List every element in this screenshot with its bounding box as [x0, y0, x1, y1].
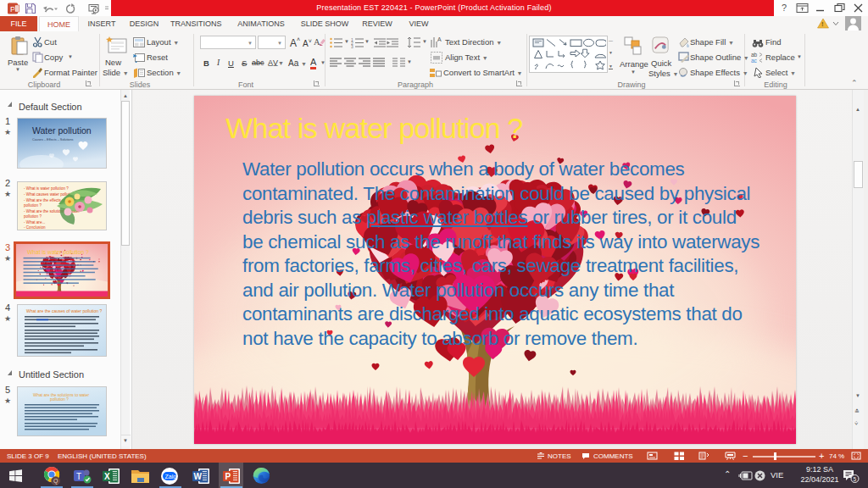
svg-text:P: P: [10, 5, 15, 14]
svg-text:5: 5: [854, 476, 857, 482]
svg-text:A: A: [437, 36, 442, 42]
svg-text:ac: ac: [751, 58, 758, 64]
svg-text:Water pollution: Water pollution: [32, 125, 92, 136]
svg-text:Causes – Effects – Solutions: Causes – Effects – Solutions: [32, 138, 74, 141]
svg-text:T: T: [76, 472, 81, 481]
svg-text:X: X: [104, 472, 110, 481]
svg-text:Zalo: Zalo: [165, 474, 177, 480]
svg-text:Q: Q: [53, 478, 58, 485]
svg-text:W: W: [194, 472, 203, 481]
svg-text:- What is water pollution ?: - What is water pollution ?: [24, 186, 69, 191]
svg-text:pollution ?: pollution ?: [24, 214, 42, 219]
svg-text:!: !: [821, 20, 824, 28]
svg-text:3: 3: [351, 44, 353, 48]
svg-text:ab: ab: [751, 52, 758, 58]
svg-text:pollution ?: pollution ?: [50, 397, 69, 402]
svg-text:- What are...: - What are...: [24, 220, 45, 225]
svg-text:What is water pollution ?: What is water pollution ?: [27, 249, 89, 256]
svg-text:What are the causes of water p: What are the causes of water pollution ?: [26, 308, 102, 313]
svg-text:- Conclusion: - Conclusion: [24, 225, 46, 230]
svg-text:P: P: [225, 472, 231, 481]
svg-text:pollution ?: pollution ?: [24, 203, 42, 208]
svg-text:A: A: [314, 37, 320, 47]
